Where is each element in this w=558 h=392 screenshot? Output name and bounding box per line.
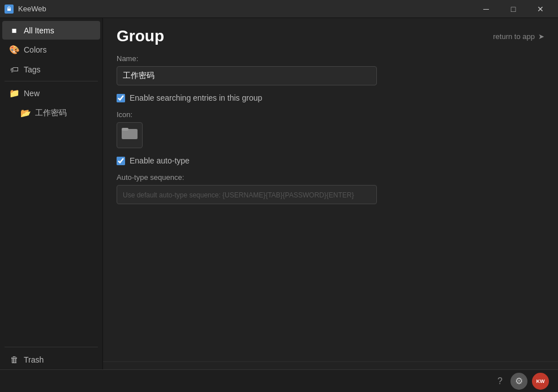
name-label: Name:	[117, 54, 544, 63]
app-title: KeeWeb	[18, 5, 46, 13]
help-icon: ?	[497, 376, 503, 386]
window-controls: ─ □ ✕	[473, 0, 553, 18]
page-title: Group	[117, 27, 164, 45]
subfolder-icon: 📂	[20, 108, 31, 118]
sidebar-item-label-new: New	[24, 89, 40, 98]
sidebar-item-new-group[interactable]: 📁 New	[2, 84, 100, 103]
sidebar-item-all-items[interactable]: ■ All Items	[2, 21, 100, 40]
autotype-input[interactable]	[117, 185, 377, 204]
name-field-group: Name:	[117, 54, 544, 85]
all-items-icon: ■	[9, 25, 19, 35]
enable-search-label: Enable searching entries in this group	[130, 93, 262, 102]
maximize-button[interactable]: □	[500, 0, 526, 18]
minimize-button[interactable]: ─	[473, 0, 499, 18]
sidebar-item-label-trash: Trash	[24, 355, 44, 364]
icon-section: Icon:	[117, 110, 544, 148]
enable-autotype-row[interactable]: Enable auto-type	[117, 156, 544, 165]
enable-search-row[interactable]: Enable searching entries in this group	[117, 93, 544, 102]
folder-icon: 📁	[9, 88, 19, 98]
gear-icon: ⚙	[515, 376, 523, 386]
titlebar-left: KeeWeb	[5, 5, 46, 14]
content-body: Name: Enable searching entries in this g…	[103, 50, 558, 361]
autotype-label: Auto-type sequence:	[117, 173, 544, 182]
logo-button[interactable]: KW	[532, 373, 549, 390]
sidebar-separator-bottom	[5, 347, 98, 347]
svg-rect-3	[122, 128, 128, 131]
sidebar-item-trash[interactable]: 🗑 Trash	[2, 350, 100, 369]
sidebar-item-label-colors: Colors	[24, 45, 46, 54]
folder-icon-preview	[122, 127, 138, 144]
trash-icon: 🗑	[9, 355, 19, 364]
return-to-app-link[interactable]: return to app ➤	[493, 32, 544, 41]
sidebar-item-work-password[interactable]: 📂 工作密码	[2, 104, 100, 123]
sidebar-item-colors[interactable]: 🎨 Colors	[2, 40, 100, 59]
close-button[interactable]: ✕	[527, 0, 553, 18]
main-content: Group return to app ➤ Name: Enable searc…	[103, 18, 558, 392]
app-icon	[5, 5, 14, 14]
colors-icon: 🎨	[9, 45, 19, 55]
sidebar-item-label-work: 工作密码	[35, 108, 67, 118]
sidebar-item-label-tags: Tags	[24, 65, 41, 74]
autotype-sequence-group: Auto-type sequence:	[117, 173, 544, 204]
sidebar-separator	[5, 81, 98, 81]
name-input[interactable]	[117, 66, 377, 85]
app-footer: ? ⚙ KW	[0, 369, 558, 392]
sidebar: ■ All Items 🎨 Colors 🏷 Tags 📁 New 📂 工作密码	[0, 18, 103, 392]
footer-right: ? ⚙ KW	[494, 373, 553, 390]
tags-icon: 🏷	[9, 64, 19, 74]
app-body: ■ All Items 🎨 Colors 🏷 Tags 📁 New 📂 工作密码	[0, 18, 558, 392]
sidebar-item-tags[interactable]: 🏷 Tags	[2, 60, 100, 79]
enable-search-checkbox[interactable]	[117, 94, 125, 102]
settings-button[interactable]: ⚙	[510, 373, 527, 390]
help-button[interactable]: ?	[494, 374, 506, 389]
icon-preview[interactable]	[117, 122, 143, 148]
enable-autotype-label: Enable auto-type	[130, 156, 190, 165]
return-arrow-icon: ➤	[538, 32, 544, 41]
icon-label: Icon:	[117, 110, 544, 119]
enable-autotype-checkbox[interactable]	[117, 157, 125, 165]
content-header: Group return to app ➤	[103, 18, 558, 50]
svg-rect-1	[7, 8, 11, 11]
logo-icon: KW	[536, 378, 545, 384]
sidebar-item-label-all-items: All Items	[24, 26, 54, 35]
titlebar: KeeWeb ─ □ ✕	[0, 0, 558, 18]
return-to-app-label: return to app	[493, 32, 535, 41]
sidebar-nav: ■ All Items 🎨 Colors 🏷 Tags 📁 New 📂 工作密码	[0, 18, 102, 344]
